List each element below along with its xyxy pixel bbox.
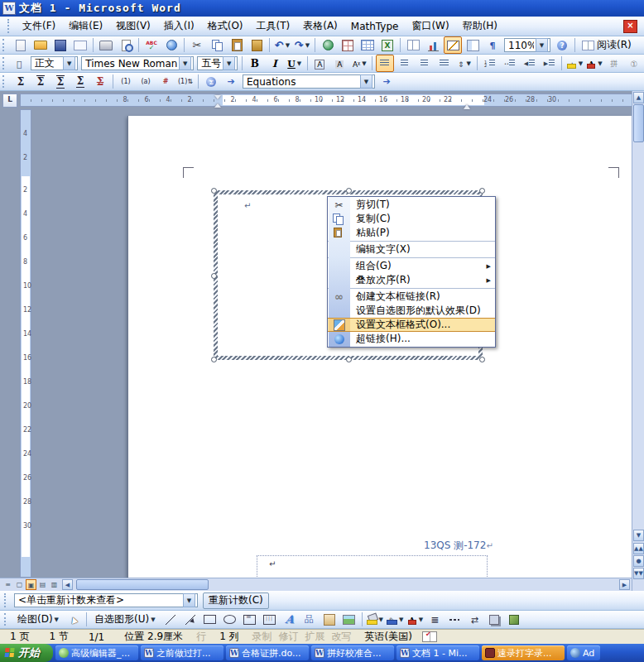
taskbar-button[interactable]: 之前做过打... [141, 645, 223, 660]
menu-item[interactable]: MathType [344, 18, 406, 35]
resize-handle-w[interactable] [211, 273, 217, 279]
toolbar-grip[interactable] [2, 57, 7, 70]
line-style-button[interactable] [425, 611, 444, 628]
footer-text-box[interactable]: ↵ [257, 555, 488, 578]
context-menu-item[interactable]: 超链接(H)... [328, 332, 495, 346]
context-menu-item[interactable]: 创建文本框链接(R) [328, 290, 495, 304]
menu-item[interactable]: 表格(A) [296, 17, 344, 36]
horizontal-scroll-thumb[interactable] [76, 579, 209, 590]
character-shading-button[interactable] [330, 55, 348, 72]
next-page-button[interactable]: ▼▼ [633, 568, 644, 579]
resize-handle-ne[interactable] [479, 188, 485, 194]
update-equation-numbers-button[interactable]: # [156, 73, 175, 90]
zoom-combo[interactable]: 110% ▼ [504, 38, 550, 52]
menu-item[interactable]: 工具(T) [250, 17, 297, 36]
dash-style-button[interactable] [445, 611, 464, 628]
chevron-down-icon[interactable]: ▼ [305, 42, 310, 49]
new-document-button[interactable] [12, 36, 30, 54]
chevron-down-icon[interactable]: ▼ [598, 60, 602, 67]
insert-inline-equation-button[interactable]: Σ [31, 73, 50, 90]
status-mode-indicator[interactable]: 扩展 [305, 630, 325, 644]
resize-handle-sw[interactable] [211, 357, 217, 362]
web-layout-view-button[interactable]: ▢ [14, 579, 25, 590]
insert-picture-button[interactable] [340, 611, 358, 628]
toolbar-grip[interactable] [7, 19, 13, 32]
right-indent-marker[interactable] [464, 101, 470, 109]
font-size-combo[interactable]: 五号 ▼ [197, 56, 238, 70]
chevron-down-icon[interactable]: ▼ [297, 60, 301, 67]
equations-combo[interactable]: Equations ▼ [243, 74, 375, 89]
font-color-button[interactable]: ▼ [585, 55, 603, 72]
status-mode-indicator[interactable]: 改写 [332, 630, 352, 644]
character-border-button[interactable] [310, 55, 329, 72]
horizontal-ruler[interactable]: 8642 246810121416182022 24262830 [20, 94, 632, 107]
taskbar-button[interactable]: 拼好校准合... [311, 645, 394, 660]
arrow-tool-button[interactable] [181, 611, 199, 628]
vertical-ruler[interactable]: 42 24681012141618202224262830 [20, 109, 31, 578]
3d-style-button[interactable] [505, 611, 523, 628]
vertical-scrollbar[interactable]: ▲ ▼ ▲▲ ● ▼▼ [632, 91, 644, 591]
context-menu-item[interactable]: 编辑文字(X) [328, 242, 495, 257]
format-painter-button[interactable] [248, 36, 266, 54]
undo-button[interactable]: ▼ [273, 36, 291, 54]
read-mode-button[interactable]: 阅读(R) [579, 36, 635, 54]
math-next-button[interactable]: ➔ [377, 73, 396, 90]
highlight-button[interactable]: ▼ [565, 55, 584, 72]
outline-view-button[interactable]: ▤ [37, 579, 48, 590]
start-button[interactable]: 开始 [0, 644, 53, 662]
text-box-tool-button[interactable] [241, 611, 259, 628]
normal-view-button[interactable]: ≡ [2, 579, 13, 590]
taskbar-button[interactable]: 高级编辑器_... [55, 645, 138, 660]
context-menu-item[interactable]: 设置自选图形的默认效果(D) [328, 304, 495, 318]
print-button[interactable] [97, 36, 115, 54]
insert-hyperlink-button[interactable] [319, 36, 337, 54]
taskbar-button[interactable]: 速录打字录... [482, 645, 565, 660]
scroll-down-arrow[interactable]: ▼ [633, 530, 644, 541]
menu-item[interactable]: 帮助(H) [456, 17, 504, 36]
columns-button[interactable] [404, 36, 422, 54]
toolbar-grip[interactable] [4, 593, 10, 607]
copy-button[interactable] [208, 36, 226, 54]
select-objects-button[interactable] [65, 611, 83, 628]
menu-item[interactable]: 视图(V) [109, 17, 157, 36]
spelling-status-book-icon[interactable] [422, 631, 437, 642]
previous-page-button[interactable]: ▲▲ [633, 543, 644, 554]
horizontal-scrollbar[interactable]: ≡ ▢ ▣ ▤ ▥ ◀ ▶ [0, 578, 632, 591]
toolbar-grip[interactable] [2, 75, 8, 88]
underline-button[interactable]: ▼ [286, 55, 304, 72]
context-menu-item[interactable]: 剪切(T) [328, 198, 495, 212]
enclose-characters-button[interactable] [625, 55, 643, 72]
equation-number-format-button[interactable]: (1)⇅ [176, 73, 195, 90]
status-mode-indicator[interactable]: 录制 [252, 630, 272, 644]
chevron-down-icon[interactable]: ▼ [379, 616, 383, 623]
document-map-button[interactable] [464, 36, 482, 54]
phonetic-guide-button[interactable] [605, 55, 623, 72]
menu-item[interactable]: 格式(O) [201, 17, 250, 36]
vertical-text-box-button[interactable] [261, 611, 279, 628]
font-combo[interactable]: Times New Roman ▼ [81, 56, 194, 70]
styles-pane-button[interactable] [10, 55, 28, 72]
line-tool-button[interactable] [161, 611, 180, 628]
save-button[interactable] [51, 36, 70, 54]
toolbar-grip[interactable] [2, 39, 8, 51]
chevron-down-icon[interactable]: ▼ [286, 42, 290, 49]
publish-mathpage-button[interactable] [202, 73, 220, 90]
menu-item[interactable]: 插入(I) [157, 17, 201, 36]
autoshapes-menu-button[interactable]: 自选图形(U)▼ [90, 611, 160, 628]
insert-table-button[interactable] [358, 36, 377, 54]
align-left-button[interactable] [376, 55, 394, 72]
line-spacing-button[interactable]: ▼ [455, 55, 473, 72]
taskbar-button[interactable]: Ad [567, 645, 600, 660]
word-count-combo[interactable]: <单击重新计数来查看> ▼ [14, 593, 198, 607]
taskbar-button[interactable]: 文档 1 - Mi... [396, 645, 479, 660]
chevron-down-icon[interactable]: ▼ [419, 616, 423, 623]
chevron-down-icon[interactable]: ▼ [179, 56, 191, 70]
menu-item[interactable]: 编辑(E) [62, 17, 109, 36]
chart-button[interactable] [424, 36, 442, 54]
print-preview-button[interactable] [117, 36, 135, 54]
chevron-down-icon[interactable]: ▼ [63, 56, 75, 70]
resize-handle-s[interactable] [346, 357, 352, 362]
context-menu-item[interactable]: 设置文本框格式(O)... [328, 318, 495, 332]
draw-menu-button[interactable]: 绘图(D)▼ [13, 611, 63, 628]
insert-display-equation-button[interactable]: Σ [51, 73, 70, 90]
